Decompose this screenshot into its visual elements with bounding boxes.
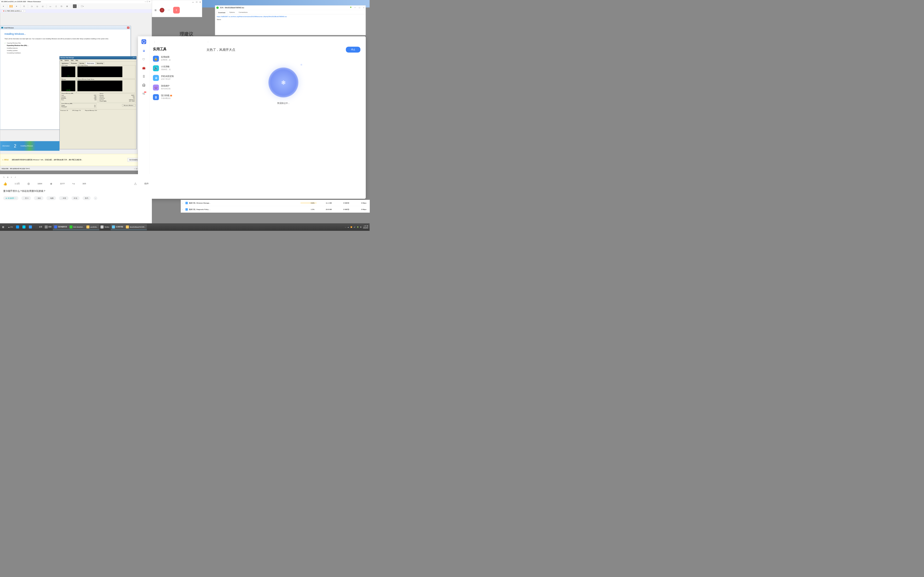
share-button[interactable]: ⇪ [173,7,180,14]
extension-icon[interactable]: ⊞ [155,9,157,11]
dl-tab-download[interactable]: Download [216,11,227,14]
tray-ime[interactable]: 英 [360,226,362,228]
tm-menu-help[interactable]: Help [75,60,78,61]
tm-tab-svc[interactable]: Services [78,62,86,64]
taskbar-item[interactable] [21,224,27,230]
expand-icon[interactable]: › [183,208,184,210]
fav-icon[interactable]: ★ [50,182,53,185]
weather-widget[interactable]: ☁ 9°C [6,226,15,228]
taskbar-item[interactable]: 51% Win2010... [68,224,85,230]
minimize-icon[interactable]: — [144,0,146,2]
view4-icon[interactable]: ⊠ [65,4,69,8]
mini-close[interactable]: ✕ [199,1,201,3]
close-icon[interactable]: ✕ [149,0,150,2]
taskbar-item[interactable]: Win2010Build7671PR... [124,224,147,230]
revert-icon[interactable]: ◵ [41,4,45,8]
tm-menu-file[interactable]: File [60,60,63,61]
tool-item[interactable]: 🔓 应用权限 应用权限，由 [153,56,198,61]
dl-tab-conn[interactable]: Connections [237,11,249,14]
back-icon[interactable]: 〈 [153,40,198,44]
tm-tab-perf[interactable]: Performance [86,62,95,64]
lenovo-logo-icon[interactable] [141,39,146,44]
tray-cloud-icon[interactable]: ☁ [347,226,349,228]
coin-icon[interactable]: ⊛ [27,182,30,185]
tool-item[interactable]: 🗑 强力卸载N 方便卸载您的 [153,94,198,100]
vm-tab[interactable]: 6.1.7680.15842.win2010_rt... ✕ [2,10,26,12]
dl-close[interactable]: ✕ [363,7,364,9]
taskbar-item[interactable]: 设置 [43,224,53,230]
article-title[interactable]: 显卡能干些什么？你还在用显卡玩游戏？ [3,189,149,193]
art-icon[interactable]: ↻ [3,176,5,178]
tags-more[interactable]: ⌄ [94,196,98,200]
tm-menu-options[interactable]: Options [65,60,69,61]
sidebar-monitor-icon[interactable]: 🖥 [142,50,145,53]
article-tag[interactable]: ⁝装机 [34,196,44,200]
tm-tab-apps[interactable]: Applications [60,62,70,64]
process-row[interactable]: › 服务主机: Diagnostic Policy ... 1.0% 29.8 … [181,206,370,213]
view2-icon[interactable]: ▯ [54,4,58,8]
clock-icon[interactable]: ◷ [30,4,34,8]
art-icon[interactable]: ⊕ [7,176,8,178]
dl-titlebar[interactable]: ↓ 51% Win2010Build7085M2.iso — ☐ ✕ [215,5,365,10]
tm-menu-view[interactable]: View [71,60,74,61]
art-icon[interactable]: ≡ [11,176,12,178]
pause-button[interactable]: ❚❚ [9,4,13,8]
tool-item[interactable]: 👾 游戏保护 保护游戏安装 [153,84,198,90]
more-icon[interactable]: ⋯ [168,9,170,11]
dl-minimize[interactable]: — [354,7,356,9]
process-row[interactable]: › 服务主机: Windows Manage... 4.6% 11.1 MB 0… [181,200,370,206]
sidebar-toolbox-icon[interactable]: 🧰 [142,66,145,70]
user-avatar[interactable] [160,8,165,13]
share-icon[interactable]: ↪ [72,182,75,185]
like-icon[interactable]: 👍 [3,182,7,185]
tm-tab-proc[interactable]: Processes [70,62,78,64]
article-tag[interactable]: ⁝显卡 [21,196,31,200]
tool-item[interactable]: 🖥 开机画面定制 定制个性化开 [153,75,198,81]
article-tag[interactable]: ⁝科普 [59,196,69,200]
tray-wifi-icon[interactable]: 📶 [351,226,352,228]
resource-monitor-button[interactable]: Resource Monitor... [122,104,136,106]
vmware-titlebar[interactable]: 80.15842.win2010_rtm.210108-1828 - VMwar… [0,0,152,3]
dropdown-icon[interactable]: ▾ [2,4,5,8]
taskbar-item[interactable] [27,224,34,230]
tm-tab-net[interactable]: Networking [95,62,104,64]
tray-volume-icon[interactable]: 🔊 [354,226,355,228]
taskbar-item[interactable] [15,224,21,230]
start-button[interactable]: ⊞ [0,223,6,231]
view1-icon[interactable]: ▭ [48,4,52,8]
dl-url[interactable]: https://ia802907.us.archive.org/9/items/… [215,14,365,18]
mini-maximize[interactable]: ☐ [196,1,197,3]
settings-gear-icon[interactable]: ⚙ [182,213,184,216]
taskbar-item[interactable]: 任务管理器 [111,224,124,230]
expand-icon[interactable]: › [183,202,184,204]
back-icon-2[interactable]: 〈 [207,40,360,44]
tool-item[interactable]: 🔊 小乐消噪 消除噪音，优 [153,65,198,71]
dl-tab-options[interactable]: Options [228,11,236,14]
tray-chevron-icon[interactable]: ︿ [345,226,346,228]
article-tag[interactable]: ⁝电脑 [47,196,56,200]
sidebar-bag-icon[interactable]: 🛍 [142,92,145,95]
article-tag[interactable]: 数码 [82,196,90,200]
art-icon[interactable]: ↗ [15,176,16,178]
maximize-icon[interactable]: ☐ [147,0,148,2]
install-close-icon[interactable]: ✕ [127,27,129,29]
taskbar-item[interactable]: 联想电脑管家 [53,224,68,230]
snapshot-icon[interactable]: ⎘ [23,4,26,8]
tm-titlebar[interactable]: Windows Task Manager _ ☐ ✕ [60,56,136,59]
sidebar-shield-icon[interactable]: 🛡 [142,58,145,61]
sidebar-drive-icon[interactable]: 🗄 [142,75,145,78]
article-tag[interactable]: ⊕科技猎手 › [3,196,18,200]
view3-icon[interactable]: ⊡ [60,4,64,8]
unity-icon[interactable]: ⛶▾ [81,4,84,8]
taskbar-item[interactable]: 7615b1 [99,224,111,230]
tab-close-icon[interactable]: ✕ [23,10,24,12]
vm-dropdown[interactable]: ▾ [15,4,18,8]
report-icon[interactable]: ⚠ [134,182,137,185]
tray-battery-icon[interactable]: 🔋 [357,226,359,228]
mini-minimize[interactable]: — [192,1,194,3]
article-tag[interactable]: 科技 [71,196,79,200]
sidebar-headset-icon[interactable]: 🎧 [142,84,145,87]
taskbar-item[interactable]: win2010b... [85,224,99,230]
fullscreen-icon[interactable]: ⛶ [73,4,77,8]
taskbar-clock[interactable]: 上午 082022/09 [363,226,368,229]
